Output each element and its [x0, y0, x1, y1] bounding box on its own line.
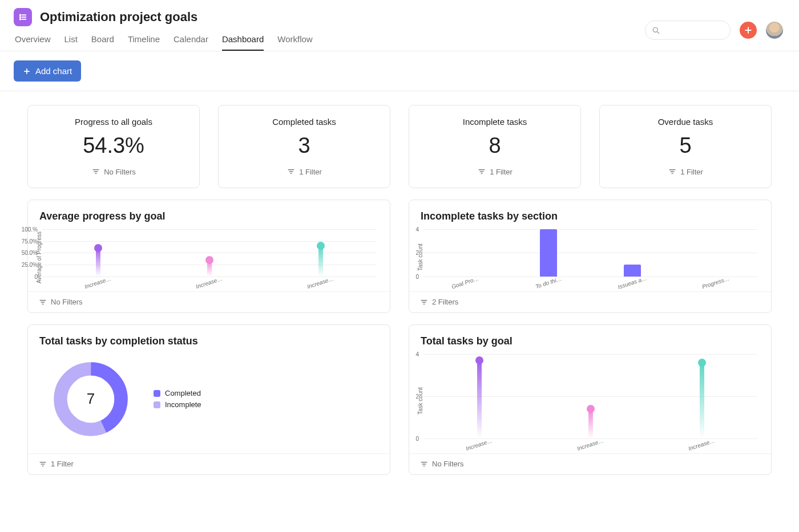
stat-card[interactable]: Completed tasks31 Filter [218, 105, 390, 188]
stat-value: 5 [679, 133, 691, 158]
project-icon [14, 8, 32, 26]
stat-value: 8 [489, 133, 501, 158]
add-chart-button[interactable]: Add chart [14, 60, 81, 82]
stat-title: Overdue tasks [658, 117, 713, 127]
y-axis-label: Task count [417, 354, 423, 448]
stat-title: Progress to all goals [75, 117, 152, 127]
svg-point-2 [20, 17, 21, 18]
svg-point-6 [653, 27, 657, 32]
stat-card-row: Progress to all goals54.3%No FiltersComp… [27, 105, 772, 188]
stat-card[interactable]: Overdue tasks51 Filter [599, 105, 772, 188]
app-header: Optimization project goals OverviewListB… [0, 0, 799, 51]
stat-card[interactable]: Progress to all goals54.3%No Filters [27, 105, 200, 188]
chart-plot-area: 025.0%50.0%75.0%100.% [42, 229, 376, 277]
stat-title: Incomplete tasks [463, 117, 527, 127]
stat-value: 3 [298, 133, 310, 158]
chart-plot-area: 024 [423, 354, 757, 439]
chart-legend: CompletedIncomplete [154, 386, 201, 412]
chart-title: Total tasks by goal [409, 325, 771, 351]
tab-calendar[interactable]: Calendar [173, 34, 208, 51]
tab-timeline[interactable]: Timeline [128, 34, 160, 51]
x-axis-labels: Increase…Increase…Increase… [423, 439, 757, 448]
x-axis-labels: Goal Pro…To do thi…Issueas a…Progress… [423, 277, 757, 286]
svg-point-4 [20, 19, 21, 20]
chart-footer[interactable]: 2 Filters [409, 291, 771, 312]
search-input[interactable] [645, 21, 731, 40]
stat-title: Completed tasks [272, 117, 336, 127]
stat-filter[interactable]: 1 Filter [477, 167, 513, 176]
chart-tasks-by-goal[interactable]: Total tasks by goal Task count 024 Incre… [409, 324, 772, 475]
stat-filter[interactable]: 1 Filter [286, 167, 322, 176]
svg-line-7 [657, 32, 659, 34]
tab-workflow[interactable]: Workflow [277, 34, 312, 51]
donut-center-value: 7 [51, 359, 131, 439]
chart-footer[interactable]: No Filters [409, 453, 771, 474]
chart-incomplete-by-section[interactable]: Incomplete tasks by section Task count 0… [409, 200, 772, 313]
legend-item: Completed [154, 389, 201, 397]
legend-item: Incomplete [154, 400, 201, 409]
tab-board[interactable]: Board [91, 34, 114, 51]
chart-avg-progress[interactable]: Average progress by goal Average of Prog… [27, 200, 390, 313]
stat-filter[interactable]: No Filters [91, 167, 136, 176]
user-avatar[interactable] [766, 22, 783, 39]
tab-list[interactable]: List [64, 34, 78, 51]
stat-value: 54.3% [83, 133, 144, 158]
add-chart-label: Add chart [35, 66, 72, 76]
filter-icon [38, 460, 47, 469]
dashboard-content: Progress to all goals54.3%No FiltersComp… [0, 91, 799, 500]
tab-overview[interactable]: Overview [15, 34, 51, 51]
svg-point-0 [20, 14, 21, 15]
chart-completion-status[interactable]: Total tasks by completion status 7 Compl… [27, 324, 390, 475]
project-title: Optimization project goals [40, 10, 197, 25]
x-axis-labels: Increase…Increase…Increase… [42, 277, 376, 286]
chart-footer[interactable]: No Filters [28, 291, 390, 312]
chart-plot-area: 024 [423, 229, 757, 277]
dashboard-toolbar: Add chart [0, 51, 799, 91]
chart-title: Average progress by goal [28, 200, 390, 226]
chart-footer[interactable]: 1 Filter [28, 453, 390, 474]
global-add-button[interactable] [740, 22, 757, 39]
tab-dashboard[interactable]: Dashboard [222, 34, 264, 51]
chart-title: Incomplete tasks by section [409, 200, 771, 226]
stat-filter[interactable]: 1 Filter [668, 167, 703, 176]
search-icon [651, 26, 660, 35]
stat-card[interactable]: Incomplete tasks81 Filter [409, 105, 581, 188]
chart-title: Total tasks by completion status [28, 325, 390, 351]
donut-chart: 7 [51, 359, 131, 439]
filter-label: 1 Filter [51, 460, 74, 468]
filter-label: 2 Filters [432, 298, 458, 306]
filter-icon [419, 298, 429, 307]
tab-bar: OverviewListBoardTimelineCalendarDashboa… [14, 34, 645, 51]
plus-icon [23, 67, 31, 75]
plus-icon [744, 26, 753, 35]
